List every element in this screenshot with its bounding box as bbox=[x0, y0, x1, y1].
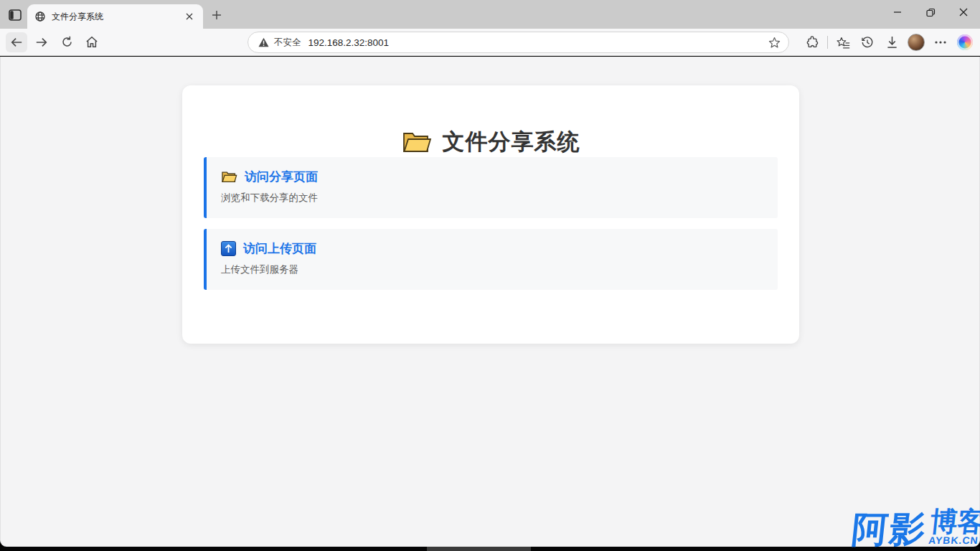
watermark-brand-secondary: 博客 bbox=[929, 509, 980, 534]
back-button[interactable] bbox=[6, 32, 27, 52]
page-heading: 文件分享系统 bbox=[182, 85, 799, 157]
share-link-section: 访问分享页面 浏览和下载分享的文件 bbox=[204, 157, 778, 218]
folder-icon bbox=[402, 131, 432, 154]
upload-arrow-icon bbox=[221, 241, 236, 256]
restore-button[interactable] bbox=[914, 0, 947, 24]
copilot-logo bbox=[957, 34, 973, 50]
browser-tab[interactable]: 文件分享系统 bbox=[27, 4, 203, 29]
profile-avatar[interactable] bbox=[905, 32, 927, 52]
extensions-icon[interactable] bbox=[801, 32, 823, 52]
copilot-icon[interactable] bbox=[954, 32, 976, 52]
minimize-button[interactable] bbox=[881, 0, 914, 24]
globe-icon bbox=[34, 11, 46, 22]
favorite-star-icon[interactable] bbox=[765, 34, 783, 51]
settings-more-icon[interactable] bbox=[930, 32, 951, 52]
upload-page-description: 上传文件到服务器 bbox=[221, 263, 763, 276]
share-page-link[interactable]: 访问分享页面 bbox=[221, 169, 763, 185]
security-label: 不安全 bbox=[274, 37, 301, 49]
upload-page-link-label[interactable]: 访问上传页面 bbox=[243, 240, 316, 257]
share-page-description: 浏览和下载分享的文件 bbox=[221, 192, 763, 204]
share-page-link-label[interactable]: 访问分享页面 bbox=[245, 169, 318, 185]
watermark-domain: AYBK.CN bbox=[928, 534, 979, 546]
close-window-button[interactable] bbox=[947, 0, 980, 24]
workspaces-icon bbox=[9, 9, 22, 21]
browser-toolbar: 不安全 192.168.2.32:8001 bbox=[0, 29, 980, 56]
not-secure-warning-icon bbox=[258, 37, 269, 47]
tab-close-icon[interactable] bbox=[183, 10, 196, 23]
file-share-card: 文件分享系统 访问分享页面 浏览和下载分享的文件 访问上传页面 bbox=[182, 85, 799, 344]
avatar-image bbox=[908, 34, 925, 51]
watermark: 阿影 博客 AYBK.CN bbox=[850, 509, 980, 546]
favorites-bar-icon[interactable] bbox=[832, 32, 854, 52]
history-icon[interactable] bbox=[857, 32, 878, 52]
watermark-brand-primary: 阿影 bbox=[850, 514, 928, 546]
page-title: 文件分享系统 bbox=[443, 127, 580, 157]
screen-bottom-edge bbox=[0, 547, 980, 551]
open-folder-icon bbox=[221, 171, 237, 183]
downloads-icon[interactable] bbox=[881, 32, 903, 52]
toolbar-right-icons bbox=[801, 31, 976, 54]
url-text[interactable]: 192.168.2.32:8001 bbox=[308, 37, 766, 48]
tab-strip: 文件分享系统 bbox=[0, 0, 980, 29]
toolbar-separator bbox=[827, 36, 828, 49]
tab-actions-menu-icon[interactable] bbox=[6, 6, 24, 24]
page-viewport: 文件分享系统 访问分享页面 浏览和下载分享的文件 访问上传页面 bbox=[0, 57, 980, 547]
window-controls bbox=[881, 0, 980, 29]
new-tab-button[interactable] bbox=[209, 7, 225, 23]
hidden-taskbar-notch bbox=[427, 547, 531, 551]
home-button[interactable] bbox=[81, 32, 103, 52]
upload-page-link[interactable]: 访问上传页面 bbox=[221, 240, 763, 257]
upload-link-section: 访问上传页面 上传文件到服务器 bbox=[204, 229, 778, 290]
address-bar[interactable]: 不安全 192.168.2.32:8001 bbox=[248, 32, 789, 53]
tab-title: 文件分享系统 bbox=[52, 11, 177, 23]
refresh-button[interactable] bbox=[56, 32, 77, 52]
forward-button[interactable] bbox=[31, 32, 52, 52]
